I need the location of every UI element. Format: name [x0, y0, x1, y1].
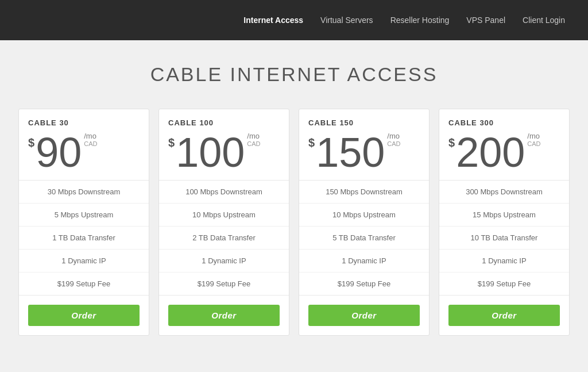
- feature-row-1: 15 Mbps Upstream: [439, 204, 569, 227]
- feature-row-3: 1 Dynamic IP: [19, 250, 149, 273]
- card-footer: Order: [19, 295, 149, 335]
- price-row: $ 90 /mo CAD: [28, 132, 140, 173]
- feature-row-1: 10 Mbps Upstream: [159, 204, 289, 227]
- card-features: 30 Mbps Downstream 5 Mbps Upstream 1 TB …: [19, 181, 149, 295]
- nav-vps-panel[interactable]: VPS Panel: [466, 16, 505, 25]
- card-header: CABLE 30 $ 90 /mo CAD: [19, 109, 149, 181]
- feature-row-3: 1 Dynamic IP: [299, 250, 429, 273]
- price-amount: 90: [36, 132, 82, 173]
- price-row: $ 150 /mo CAD: [308, 132, 420, 173]
- feature-row-4: $199 Setup Fee: [299, 273, 429, 295]
- price-suffix: /mo CAD: [247, 132, 260, 152]
- order-button[interactable]: Order: [168, 305, 280, 326]
- plan-card-1: CABLE 100 $ 100 /mo CAD 100 Mbps Downstr…: [158, 109, 289, 336]
- card-features: 300 Mbps Downstream 15 Mbps Upstream 10 …: [439, 181, 569, 295]
- price-currency: CAD: [84, 140, 97, 147]
- price-suffix: /mo CAD: [84, 132, 97, 152]
- feature-row-4: $199 Setup Fee: [159, 273, 289, 295]
- feature-row-0: 300 Mbps Downstream: [439, 181, 569, 204]
- feature-row-4: $199 Setup Fee: [19, 273, 149, 295]
- plan-name: CABLE 30: [28, 118, 140, 127]
- price-row: $ 100 /mo CAD: [168, 132, 280, 173]
- price-amount: 150: [316, 132, 385, 173]
- card-features: 100 Mbps Downstream 10 Mbps Upstream 2 T…: [159, 181, 289, 295]
- feature-row-0: 100 Mbps Downstream: [159, 181, 289, 204]
- order-button[interactable]: Order: [308, 305, 420, 326]
- price-dollar: $: [168, 136, 175, 149]
- card-header: CABLE 150 $ 150 /mo CAD: [299, 109, 429, 181]
- order-button[interactable]: Order: [448, 305, 560, 326]
- feature-row-0: 150 Mbps Downstream: [299, 181, 429, 204]
- feature-row-1: 5 Mbps Upstream: [19, 204, 149, 227]
- plan-card-2: CABLE 150 $ 150 /mo CAD 150 Mbps Downstr…: [299, 109, 430, 336]
- plan-card-0: CABLE 30 $ 90 /mo CAD 30 Mbps Downstream…: [18, 109, 149, 336]
- plans-grid: CABLE 30 $ 90 /mo CAD 30 Mbps Downstream…: [18, 109, 570, 336]
- price-dollar: $: [448, 136, 455, 149]
- plan-name: CABLE 150: [308, 118, 420, 127]
- order-button[interactable]: Order: [28, 305, 140, 326]
- site-header: Internet Access Virtual Servers Reseller…: [0, 0, 588, 40]
- price-mo: /mo: [387, 132, 400, 140]
- page-title: CABLE INTERNET ACCESS: [11, 63, 577, 86]
- feature-row-4: $199 Setup Fee: [439, 273, 569, 295]
- price-amount: 100: [176, 132, 245, 173]
- price-currency: CAD: [387, 140, 400, 147]
- feature-row-3: 1 Dynamic IP: [439, 250, 569, 273]
- card-features: 150 Mbps Downstream 10 Mbps Upstream 5 T…: [299, 181, 429, 295]
- nav-client-login[interactable]: Client Login: [523, 16, 565, 25]
- feature-row-2: 5 TB Data Transfer: [299, 227, 429, 250]
- plan-name: CABLE 300: [448, 118, 560, 127]
- price-mo: /mo: [527, 132, 540, 140]
- card-footer: Order: [159, 295, 289, 335]
- price-currency: CAD: [527, 140, 540, 147]
- feature-row-2: 10 TB Data Transfer: [439, 227, 569, 250]
- feature-row-1: 10 Mbps Upstream: [299, 204, 429, 227]
- card-footer: Order: [299, 295, 429, 335]
- price-row: $ 200 /mo CAD: [448, 132, 560, 173]
- card-footer: Order: [439, 295, 569, 335]
- price-mo: /mo: [247, 132, 260, 140]
- card-header: CABLE 100 $ 100 /mo CAD: [159, 109, 289, 181]
- nav-reseller-hosting[interactable]: Reseller Hosting: [390, 16, 450, 25]
- price-dollar: $: [308, 136, 315, 149]
- plan-name: CABLE 100: [168, 118, 280, 127]
- feature-row-2: 2 TB Data Transfer: [159, 227, 289, 250]
- price-suffix: /mo CAD: [387, 132, 400, 152]
- feature-row-3: 1 Dynamic IP: [159, 250, 289, 273]
- nav-internet-access[interactable]: Internet Access: [243, 16, 303, 25]
- price-mo: /mo: [84, 132, 97, 140]
- card-header: CABLE 300 $ 200 /mo CAD: [439, 109, 569, 181]
- plan-card-3: CABLE 300 $ 200 /mo CAD 300 Mbps Downstr…: [439, 109, 570, 336]
- logo: [23, 20, 25, 21]
- price-currency: CAD: [247, 140, 260, 147]
- feature-row-2: 1 TB Data Transfer: [19, 227, 149, 250]
- price-suffix: /mo CAD: [527, 132, 540, 152]
- main-nav: Internet Access Virtual Servers Reseller…: [243, 16, 565, 25]
- price-dollar: $: [28, 136, 34, 149]
- price-amount: 200: [456, 132, 525, 173]
- main-content: CABLE INTERNET ACCESS CABLE 30 $ 90 /mo …: [0, 40, 588, 370]
- feature-row-0: 30 Mbps Downstream: [19, 181, 149, 204]
- nav-virtual-servers[interactable]: Virtual Servers: [320, 16, 373, 25]
